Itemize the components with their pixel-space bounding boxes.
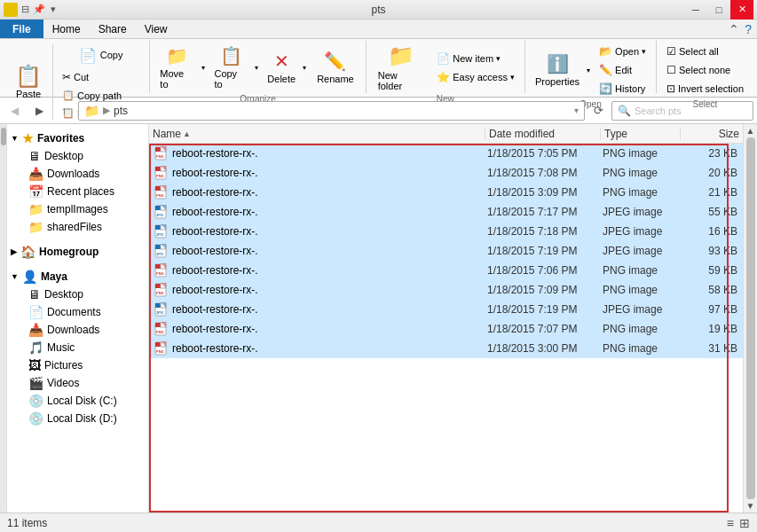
history-button[interactable]: 🔄 History [595,80,651,98]
menu-file[interactable]: File [0,20,43,38]
cell-type: JPEG image [599,303,679,316]
delete-arrow[interactable]: ▾ [300,43,309,92]
open-icon: 📂 [599,45,612,58]
maximize-button[interactable]: □ [707,0,730,20]
maya-pictures[interactable]: 🖼 Pictures [21,356,148,374]
move-to-icon: 📁 [166,45,188,66]
table-row[interactable]: PNG reboot-restore-rx-. 1/18/2015 3:09 P… [149,183,743,202]
properties-arrow[interactable]: ▾ [584,45,593,95]
address-dropdown-icon[interactable]: ▾ [574,106,579,115]
svg-text:JPG: JPG [156,232,163,237]
back-button[interactable]: ◀ [4,100,25,121]
minimize-button[interactable]: ─ [684,0,707,20]
scroll-down-arrow[interactable]: ▼ [746,501,755,511]
help-icon[interactable]: ? [745,22,752,36]
menu-home[interactable]: Home [43,20,90,38]
file-scrollbar-thumb[interactable] [746,137,755,499]
maya-music[interactable]: 🎵 Music [21,339,148,356]
maya-downloads[interactable]: 📥 Downloads [21,321,148,339]
edit-button[interactable]: ✏️ Edit [595,61,651,79]
move-to-arrow[interactable]: ▾ [199,43,208,92]
detail-view-icon[interactable]: ⊞ [739,516,750,530]
table-row[interactable]: PNG reboot-restore-rx-. 1/18/2015 7:07 P… [149,319,743,339]
col-date-header[interactable]: Date modified [485,128,601,140]
quick-access-pin[interactable]: 📌 [33,4,45,15]
easy-access-button[interactable]: ⭐ Easy access ▾ [432,68,519,86]
ribbon-select-group: ☑ Select all ☐ Select none ⊡ Invert sele… [657,41,753,93]
table-row[interactable]: JPG reboot-restore-rx-. 1/18/2015 7:18 P… [149,222,743,241]
paste-label: Paste [16,89,41,99]
maya-videos[interactable]: 🎬 Videos [21,374,148,392]
move-to-split: 📁 Move to ▾ [155,43,208,92]
address-input[interactable]: 📁 ▶ pts ▾ [78,101,585,121]
cut-button[interactable]: ✂ Cut [58,68,144,86]
col-name-header[interactable]: Name ▲ [149,128,485,140]
copy-to-button[interactable]: 📋 Copy to [209,43,252,92]
help-collapse-icon[interactable]: ⌃ [729,22,739,36]
list-view-icon[interactable]: ≡ [727,516,734,530]
search-box[interactable]: 🔍 Search pts [611,101,753,121]
refresh-button[interactable]: ⟳ [588,101,608,121]
table-row[interactable]: JPG reboot-restore-rx-. 1/18/2015 7:17 P… [149,202,743,222]
select-none-button[interactable]: ☐ Select none [662,61,748,79]
new-folder-button[interactable]: 📁 New folder [372,43,431,92]
sidebar-item-recent[interactable]: 📅 Recent places [21,183,148,200]
col-date-label: Date modified [489,128,555,140]
easy-access-arrow: ▾ [510,73,515,82]
sidebar-item-templimages[interactable]: 📁 templImages [21,200,148,218]
sidebar-item-downloads[interactable]: 📥 Downloads [21,165,148,183]
png-file-icon: PNG [154,341,169,356]
table-row[interactable]: JPG reboot-restore-rx-. 1/18/2015 7:19 P… [149,300,743,319]
invert-icon: ⊡ [666,82,675,95]
forward-button[interactable]: ▶ [28,100,50,121]
sidebar-item-sharedfiles[interactable]: 📁 sharedFiles [21,218,148,236]
scroll-up-arrow[interactable]: ▲ [746,126,755,136]
cell-size: 59 KB [679,264,741,277]
homegroup-header[interactable]: ▶ 🏠 Homegroup [7,241,148,261]
select-all-button[interactable]: ☑ Select all [662,43,748,60]
sidebar-item-desktop[interactable]: 🖥 Desktop [21,147,148,165]
cell-date: 1/18/2015 3:00 PM [484,342,599,355]
rename-button[interactable]: ✏️ Rename [311,43,360,92]
table-row[interactable]: PNG reboot-restore-rx-. 1/18/2015 7:06 P… [149,261,743,280]
table-row[interactable]: PNG reboot-restore-rx-. 1/18/2015 7:08 P… [149,163,743,183]
table-row[interactable]: PNG reboot-restore-rx-. 1/18/2015 3:00 P… [149,339,743,358]
new-item-arrow: ▾ [496,54,501,63]
move-to-button[interactable]: 📁 Move to [155,43,199,92]
menu-view[interactable]: View [136,20,177,38]
delete-button[interactable]: ✕ Delete [263,43,300,92]
invert-selection-button[interactable]: ⊡ Invert selection [662,80,748,98]
sidebar-local-d[interactable]: 💿 Local Disk (D:) [21,410,148,427]
table-row[interactable]: PNG reboot-restore-rx-. 1/18/2015 7:05 P… [149,144,743,163]
maya-documents[interactable]: 📄 Documents [21,303,148,321]
col-size-header[interactable]: Size [681,128,743,140]
status-bar: 11 items ≡ ⊞ [0,512,757,532]
maya-videos-label: Videos [47,377,79,389]
maya-desktop[interactable]: 🖥 Desktop [21,286,148,303]
col-type-header[interactable]: Type [601,128,681,140]
paste-icon: 📋 [15,66,42,87]
menu-share[interactable]: Share [90,20,136,38]
templimages-icon: 📁 [28,202,43,216]
maya-header[interactable]: ▼ 👤 Maya [7,266,148,286]
sidebar-scrollbar-thumb[interactable] [1,128,6,145]
favorites-header[interactable]: ▼ ★ Favorites [7,128,148,147]
file-name-text: reboot-restore-rx-. [172,167,258,179]
delete-icon: ✕ [274,51,289,72]
close-button[interactable]: ✕ [730,0,753,20]
quick-access-icon[interactable]: ⊟ [21,4,29,15]
cell-name: PNG reboot-restore-rx-. [151,146,484,160]
sidebar-local-c[interactable]: 💿 Local Disk (C:) [21,392,148,410]
copy-to-arrow[interactable]: ▾ [252,43,261,92]
open-button[interactable]: 📂 Open ▾ [595,43,651,60]
new-item-button[interactable]: 📄 New item ▾ [432,50,519,67]
cut-label: Cut [74,72,89,82]
cell-type: PNG image [599,323,679,335]
quick-access-dropdown[interactable]: ▾ [51,4,56,15]
properties-button[interactable]: ℹ️ Properties [531,45,584,95]
up-button[interactable]: ↑ [53,100,75,121]
cell-name: JPG reboot-restore-rx-. [151,302,484,317]
table-row[interactable]: JPG reboot-restore-rx-. 1/18/2015 7:19 P… [149,241,743,261]
table-row[interactable]: PNG reboot-restore-rx-. 1/18/2015 7:09 P… [149,280,743,300]
copy-button[interactable]: 📄 Copy [58,43,144,67]
